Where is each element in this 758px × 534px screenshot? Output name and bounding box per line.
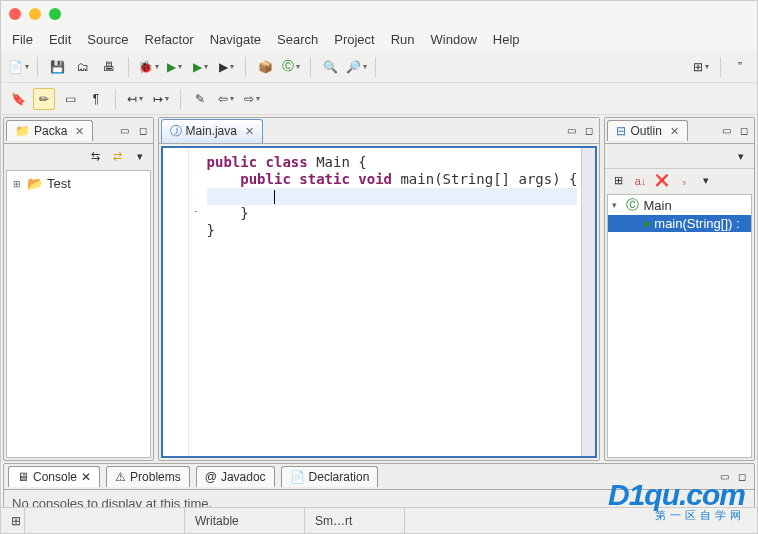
sort-az-button[interactable]: a↓: [631, 172, 649, 190]
package-explorer-view: 📁 Packa ✕ ▭ ◻ ⇆ ⇄ ▾ ⊞ 📂 Test: [3, 117, 154, 461]
menu-search[interactable]: Search: [270, 30, 325, 49]
package-explorer-tree[interactable]: ⊞ 📂 Test: [6, 170, 151, 458]
menu-file[interactable]: File: [5, 30, 40, 49]
coverage-button[interactable]: ▶: [189, 56, 211, 78]
outline-title: Outlin: [630, 124, 661, 138]
menu-run[interactable]: Run: [384, 30, 422, 49]
window-maximize-button[interactable]: [49, 8, 61, 20]
editor-tab[interactable]: Ⓙ Main.java ✕: [161, 119, 263, 143]
external-tools-button[interactable]: ▶: [215, 56, 237, 78]
print-button[interactable]: 🖶: [98, 56, 120, 78]
console-icon: 🖥: [17, 470, 29, 484]
outline-tree[interactable]: ▾Ⓒ Main● main(String[]) :: [607, 194, 752, 458]
package-explorer-title: Packa: [34, 124, 67, 138]
new-button[interactable]: 📄: [7, 56, 29, 78]
toggle-breadcrumb-button[interactable]: 🔖: [7, 88, 29, 110]
annotation-prev-button[interactable]: ↤: [124, 88, 146, 110]
window-minimize-button[interactable]: [29, 8, 41, 20]
new-class-button[interactable]: Ⓒ: [280, 56, 302, 78]
editor-area: Ⓙ Main.java ✕ ▭ ◻ - public class Main { …: [156, 115, 603, 463]
tab-javadoc[interactable]: @Javadoc: [196, 466, 275, 487]
save-all-button[interactable]: 🗂: [72, 56, 94, 78]
problems-icon: ⚠: [115, 470, 126, 484]
fold-column[interactable]: -: [189, 148, 203, 456]
menu-window[interactable]: Window: [424, 30, 484, 49]
menu-project[interactable]: Project: [327, 30, 381, 49]
minimize-view-button[interactable]: ▭: [718, 123, 734, 139]
method-icon: ●: [642, 216, 650, 231]
view-menu-button[interactable]: ▾: [131, 147, 149, 165]
java-file-icon: Ⓙ: [170, 123, 182, 140]
collapse-all-button[interactable]: ⇆: [87, 147, 105, 165]
maximize-editor-button[interactable]: ◻: [581, 123, 597, 139]
tree-item-project[interactable]: ⊞ 📂 Test: [11, 175, 146, 192]
javadoc-icon: @: [205, 470, 217, 484]
maximize-bottom-button[interactable]: ◻: [734, 469, 750, 485]
last-edit-button[interactable]: ✎: [189, 88, 211, 110]
menu-edit[interactable]: Edit: [42, 30, 78, 49]
tab-label: Declaration: [309, 470, 370, 484]
window-close-button[interactable]: [9, 8, 21, 20]
view-menu-2-button[interactable]: ▾: [697, 172, 715, 190]
outline-icon: ⊟: [616, 124, 626, 138]
minimize-view-button[interactable]: ▭: [117, 123, 133, 139]
outline-item[interactable]: ▾Ⓒ Main: [608, 195, 751, 215]
status-bar: ⊞ Writable Sm…rt: [1, 507, 757, 533]
annotation-next-button[interactable]: ↦: [150, 88, 172, 110]
maximize-view-button[interactable]: ◻: [135, 123, 151, 139]
close-icon[interactable]: ✕: [245, 125, 254, 138]
close-icon[interactable]: ✕: [81, 470, 91, 484]
close-icon[interactable]: ✕: [75, 125, 84, 138]
debug-button[interactable]: 🐞: [137, 56, 159, 78]
run-button[interactable]: ▶: [163, 56, 185, 78]
package-explorer-tab[interactable]: 📁 Packa ✕: [6, 120, 93, 141]
tab-console[interactable]: 🖥Console✕: [8, 466, 100, 487]
search-button[interactable]: 🔎: [345, 56, 367, 78]
show-whitespace-button[interactable]: ¶: [85, 88, 107, 110]
toggle-mark-button[interactable]: ✏: [33, 88, 55, 110]
menu-navigate[interactable]: Navigate: [203, 30, 268, 49]
perspective-button[interactable]: ⊞: [690, 56, 712, 78]
bottom-tabs: 🖥Console✕⚠Problems@Javadoc📄Declaration ▭…: [4, 464, 754, 490]
view-menu-button[interactable]: ▾: [732, 147, 750, 165]
outline-label: Main: [643, 198, 671, 213]
menu-bar: [71, 3, 757, 27]
tab-declaration[interactable]: 📄Declaration: [281, 466, 379, 487]
menu-help[interactable]: Help: [486, 30, 527, 49]
status-perspective[interactable]: ⊞: [1, 508, 25, 533]
new-package-button[interactable]: 📦: [254, 56, 276, 78]
hide-static-button[interactable]: ₛ: [675, 172, 693, 190]
outline-item[interactable]: ● main(String[]) :: [608, 215, 751, 232]
sort-button[interactable]: ⊞: [609, 172, 627, 190]
tab-problems[interactable]: ⚠Problems: [106, 466, 190, 487]
status-cell-1: [25, 508, 185, 533]
code-content[interactable]: public class Main { public static void m…: [203, 148, 582, 456]
forward-button[interactable]: ⇨: [241, 88, 263, 110]
menu-source[interactable]: Source: [80, 30, 135, 49]
outline-tab[interactable]: ⊟ Outlin ✕: [607, 120, 687, 141]
declaration-icon: 📄: [290, 470, 305, 484]
class-icon: Ⓒ: [626, 196, 639, 214]
block-select-button[interactable]: ▭: [59, 88, 81, 110]
tab-label: Javadoc: [221, 470, 266, 484]
link-editor-button[interactable]: ⇄: [109, 147, 127, 165]
save-button[interactable]: 💾: [46, 56, 68, 78]
open-type-button[interactable]: 🔍: [319, 56, 341, 78]
code-editor[interactable]: - public class Main { public static void…: [161, 146, 598, 458]
maximize-view-button[interactable]: ◻: [736, 123, 752, 139]
hide-fields-button[interactable]: ❌: [653, 172, 671, 190]
overview-ruler[interactable]: [581, 148, 595, 456]
main-toolbar-1: 📄 💾 🗂 🖶 🐞 ▶ ▶ ▶ 📦 Ⓒ 🔍 🔎 ⊞ ”: [1, 51, 757, 83]
menu-refactor[interactable]: Refactor: [138, 30, 201, 49]
tab-label: Console: [33, 470, 77, 484]
back-button[interactable]: ⇦: [215, 88, 237, 110]
overflow-button[interactable]: ”: [729, 56, 751, 78]
outline-view: ⊟ Outlin ✕ ▭ ◻ ▾ ⊞ a↓ ❌ ₛ ▾ ▾Ⓒ Main● mai…: [604, 117, 755, 461]
close-icon[interactable]: ✕: [670, 125, 679, 138]
minimize-bottom-button[interactable]: ▭: [716, 469, 732, 485]
minimize-editor-button[interactable]: ▭: [563, 123, 579, 139]
main-toolbar-2: 🔖 ✏ ▭ ¶ ↤ ↦ ✎ ⇦ ⇨: [1, 83, 757, 115]
editor-tab-label: Main.java: [186, 124, 237, 138]
expand-icon[interactable]: ⊞: [13, 179, 23, 189]
package-icon: 📁: [15, 124, 30, 138]
